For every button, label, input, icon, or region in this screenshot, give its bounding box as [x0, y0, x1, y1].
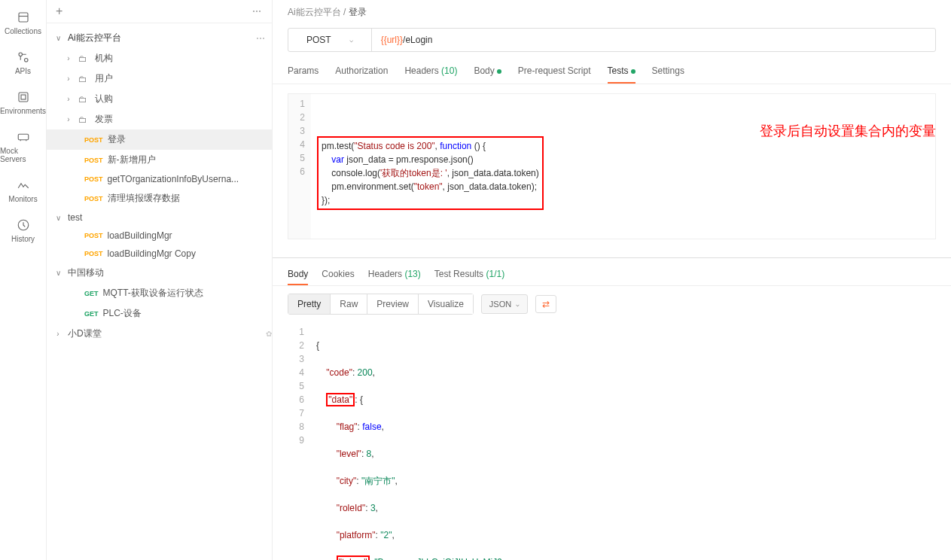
tab-params[interactable]: Params: [288, 59, 319, 84]
svg-rect-5: [18, 134, 29, 140]
gutter: 123456: [288, 94, 311, 239]
tree-root[interactable]: ∨Ai能云控平台 ⋯: [47, 28, 272, 48]
resp-tab-cookies[interactable]: Cookies: [322, 264, 354, 285]
btn-visualize[interactable]: Visualize: [419, 294, 473, 314]
tab-body[interactable]: Body: [474, 59, 501, 84]
svg-point-1: [19, 53, 23, 56]
annotation: 登录后自动设置集合内的变量: [760, 122, 936, 140]
req-plc[interactable]: GETPLC-设备: [47, 303, 272, 324]
folder-sub[interactable]: ›🗀认购: [47, 89, 272, 109]
group-test[interactable]: ∨test: [47, 208, 272, 227]
svg-rect-0: [19, 13, 28, 22]
group-cm[interactable]: ∨中国移动: [47, 263, 272, 283]
wrap-toggle[interactable]: ⇄: [535, 295, 556, 313]
svg-point-2: [24, 59, 28, 62]
resp-tab-headers[interactable]: Headers (13): [368, 264, 421, 285]
url-input[interactable]: {{url}}/eLogin: [372, 29, 935, 51]
req-loadmgr[interactable]: POSTloadBuildingMgr: [47, 227, 272, 245]
main: Ai能云控平台 / 登录 POST⌵ {{url}}/eLogin Params…: [273, 0, 951, 560]
req-newuser[interactable]: POST新-新增用户: [47, 150, 272, 170]
rail-environments[interactable]: Environments: [0, 83, 46, 123]
btn-preview[interactable]: Preview: [367, 294, 419, 314]
btn-pretty[interactable]: Pretty: [288, 294, 331, 314]
tab-tests[interactable]: Tests: [608, 59, 636, 84]
group-xd[interactable]: ›小D课堂✿: [47, 324, 272, 344]
req-loadmgr-copy[interactable]: POSTloadBuildingMgr Copy: [47, 245, 272, 263]
method-select[interactable]: POST⌵: [288, 29, 372, 51]
star-icon: ✿: [266, 330, 272, 338]
folder-org[interactable]: ›🗀机构: [47, 48, 272, 68]
nav-rail: Collections APIs Environments Mock Serve…: [0, 0, 47, 560]
script-editor[interactable]: 123456 pm.test("Status code is 200", fun…: [273, 84, 951, 248]
tab-headers[interactable]: Headers (10): [404, 59, 457, 84]
req-mqtt[interactable]: GETMQTT-获取设备运行状态: [47, 283, 272, 303]
resp-tab-body[interactable]: Body: [288, 264, 308, 285]
sidebar: + ⋯ ∨Ai能云控平台 ⋯ ›🗀机构 ›🗀用户 ›🗀认购 ›🗀发票 POST登…: [47, 0, 273, 560]
dot-indicator: [497, 69, 501, 74]
request-tabs: Params Authorization Headers (10) Body P…: [273, 59, 951, 84]
req-login[interactable]: POST登录: [47, 129, 272, 150]
format-select[interactable]: JSON⌵: [481, 294, 528, 314]
req-getorg[interactable]: POSTgetTOrganizationInfoByUserna...: [47, 170, 272, 188]
rail-monitors[interactable]: Monitors: [0, 171, 46, 211]
rail-collections[interactable]: Collections: [0, 3, 46, 43]
rail-apis[interactable]: APIs: [0, 43, 46, 83]
tab-auth[interactable]: Authorization: [335, 59, 388, 84]
add-collection[interactable]: +: [56, 5, 62, 18]
btn-raw[interactable]: Raw: [331, 294, 367, 314]
collection-tree: ∨Ai能云控平台 ⋯ ›🗀机构 ›🗀用户 ›🗀认购 ›🗀发票 POST登录 PO…: [47, 23, 272, 560]
request-bar: POST⌵ {{url}}/eLogin: [288, 28, 936, 52]
rail-mock[interactable]: Mock Servers: [0, 123, 46, 171]
resp-tab-tests[interactable]: Test Results (1/1): [434, 264, 504, 285]
json-body[interactable]: 123456789 { "code": 200, "data": { "flag…: [273, 322, 951, 560]
breadcrumb: Ai能云控平台 / 登录: [273, 0, 951, 25]
svg-rect-3: [19, 93, 28, 102]
rail-history[interactable]: History: [0, 211, 46, 251]
svg-rect-4: [21, 95, 26, 99]
folder-user[interactable]: ›🗀用户: [47, 68, 272, 89]
tab-prereq[interactable]: Pre-request Script: [518, 59, 591, 84]
req-cleancache[interactable]: POST清理填报缓存数据: [47, 188, 272, 208]
dot-indicator: [631, 69, 636, 74]
sidebar-menu[interactable]: ⋯: [252, 6, 263, 17]
view-mode: Pretty Raw Preview Visualize: [288, 294, 474, 315]
code[interactable]: pm.test("Status code is 200", function (…: [311, 94, 544, 239]
response: Body Cookies Headers (13) Test Results (…: [273, 257, 951, 560]
folder-invoice[interactable]: ›🗀发票: [47, 109, 272, 129]
tab-settings[interactable]: Settings: [652, 59, 684, 84]
